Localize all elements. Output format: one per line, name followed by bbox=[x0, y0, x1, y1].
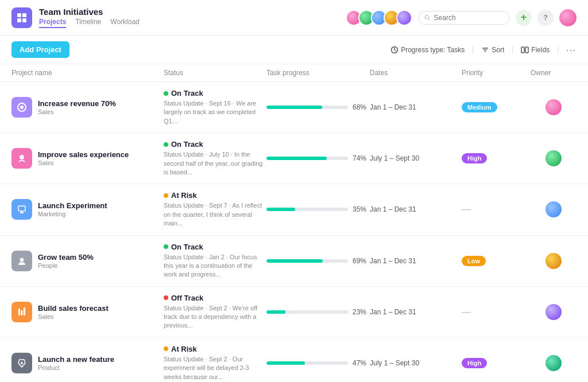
project-category: Marketing bbox=[38, 211, 107, 217]
progress-bar-bg bbox=[266, 157, 348, 160]
table-header: Project name Status Task progress Dates … bbox=[0, 64, 588, 82]
project-name: Improve sales experience bbox=[38, 150, 129, 159]
priority-badge: High bbox=[462, 153, 487, 163]
project-icon bbox=[11, 97, 32, 118]
table-row[interactable]: Increase revenue 70% Sales On Track Stat… bbox=[0, 82, 588, 133]
table-row[interactable]: Build sales forecast Sales Off Track Sta… bbox=[0, 287, 588, 338]
svg-rect-1 bbox=[22, 13, 26, 17]
nav-timeline[interactable]: Timeline bbox=[75, 18, 101, 28]
svg-rect-21 bbox=[24, 307, 25, 315]
status-line: On Track bbox=[164, 140, 266, 149]
svg-rect-19 bbox=[18, 309, 20, 315]
app-nav: Projects Timeline Workload bbox=[39, 18, 140, 28]
project-info: Launch a new feature Product bbox=[38, 355, 114, 371]
progress-pct: 69% bbox=[353, 257, 370, 265]
owner-cell bbox=[531, 150, 577, 166]
progress-pct: 23% bbox=[353, 308, 370, 316]
status-line: At Risk bbox=[164, 191, 266, 200]
status-dot bbox=[164, 244, 168, 249]
project-category: Product bbox=[38, 364, 114, 371]
table-row[interactable]: Launch Experiment Marketing At Risk Stat… bbox=[0, 184, 588, 235]
status-update: Status Update · July 10 · In the second … bbox=[164, 150, 266, 177]
project-name-cell: Launch Experiment Marketing bbox=[11, 199, 164, 220]
sort-label: Sort bbox=[492, 46, 504, 54]
owner-avatar bbox=[546, 304, 562, 320]
priority-cell: — bbox=[462, 307, 531, 317]
svg-point-13 bbox=[20, 106, 24, 109]
progress-type-button[interactable]: Progress type: Tasks bbox=[390, 46, 465, 54]
search-icon bbox=[424, 14, 431, 21]
svg-point-18 bbox=[20, 258, 24, 262]
col-task-progress: Task progress bbox=[266, 69, 370, 77]
progress-type-label: Progress type: Tasks bbox=[401, 46, 465, 54]
project-name: Launch Experiment bbox=[38, 201, 107, 210]
progress-cell: 47% bbox=[266, 359, 370, 367]
priority-badge: High bbox=[462, 358, 487, 368]
search-box[interactable] bbox=[418, 11, 510, 25]
owner-cell bbox=[531, 253, 577, 269]
toolbar-divider-3 bbox=[558, 46, 558, 54]
owner-cell bbox=[531, 304, 577, 320]
status-text: On Track bbox=[171, 89, 203, 98]
help-button[interactable]: ? bbox=[537, 10, 554, 26]
toolbar-divider-2 bbox=[512, 46, 513, 54]
project-name: Launch a new feature bbox=[38, 355, 114, 364]
add-button[interactable]: + bbox=[516, 10, 532, 26]
more-icon: ··· bbox=[566, 45, 577, 54]
nav-workload[interactable]: Workload bbox=[110, 18, 139, 28]
status-update: Status Update · Jan 2 · Our focus this y… bbox=[164, 253, 266, 279]
progress-pct: 68% bbox=[353, 103, 370, 111]
dates-cell: Jan 1 – Dec 31 bbox=[370, 308, 462, 316]
col-status: Status bbox=[164, 69, 266, 77]
add-project-button[interactable]: Add Project bbox=[11, 41, 69, 58]
owner-avatar bbox=[546, 201, 562, 217]
priority-badge: Low bbox=[462, 256, 486, 266]
project-category: People bbox=[38, 262, 94, 269]
project-info: Build sales forecast Sales bbox=[38, 304, 109, 320]
status-dot bbox=[164, 91, 168, 96]
project-name: Build sales forecast bbox=[38, 304, 109, 313]
status-cell: At Risk Status Update · Sept 7 · As I re… bbox=[164, 191, 266, 228]
toolbar-right: Progress type: Tasks Sort Fields ··· bbox=[390, 45, 577, 54]
nav-projects[interactable]: Projects bbox=[39, 18, 66, 28]
app-header: Team Initiatives Projects Timeline Workl… bbox=[0, 0, 588, 36]
owner-avatar bbox=[546, 150, 562, 166]
project-category: Sales bbox=[38, 159, 129, 166]
user-avatars bbox=[346, 10, 412, 26]
search-input[interactable] bbox=[434, 14, 504, 22]
table-row[interactable]: Launch a new feature Product At Risk Sta… bbox=[0, 338, 588, 382]
status-update: Status Update · Sept 2 · We're off track… bbox=[164, 304, 266, 330]
progress-bar-fill bbox=[266, 208, 295, 211]
progress-cell: 23% bbox=[266, 308, 370, 316]
table-row[interactable]: Improve sales experience Sales On Track … bbox=[0, 133, 588, 184]
status-cell: On Track Status Update · Jan 2 · Our foc… bbox=[164, 243, 266, 279]
project-category: Sales bbox=[38, 108, 116, 115]
app-logo bbox=[11, 7, 32, 28]
owner-avatar bbox=[546, 99, 562, 115]
fields-button[interactable]: Fields bbox=[521, 46, 550, 54]
header-right: + ? bbox=[346, 9, 577, 26]
more-button[interactable]: ··· bbox=[566, 45, 577, 54]
dates-cell: July 1 – Sept 30 bbox=[370, 359, 462, 367]
project-icon bbox=[11, 148, 32, 169]
status-text: On Track bbox=[171, 243, 203, 251]
dates-cell: Jan 1 – Dec 31 bbox=[370, 103, 462, 111]
svg-point-22 bbox=[21, 362, 23, 364]
priority-cell: Low bbox=[462, 256, 531, 266]
priority-cell: Medium bbox=[462, 102, 531, 112]
status-text: On Track bbox=[171, 140, 203, 149]
project-category: Sales bbox=[38, 313, 109, 320]
sort-button[interactable]: Sort bbox=[481, 46, 504, 54]
progress-bar-fill bbox=[266, 310, 285, 314]
project-name-cell: Improve sales experience Sales bbox=[11, 148, 164, 169]
svg-rect-15 bbox=[18, 206, 25, 211]
priority-dash: — bbox=[462, 204, 471, 214]
table-row[interactable]: Grow team 50% People On Track Status Upd… bbox=[0, 236, 588, 287]
progress-bar-fill bbox=[266, 361, 305, 365]
progress-bar-fill bbox=[266, 259, 323, 263]
status-dot bbox=[164, 346, 168, 351]
svg-rect-10 bbox=[521, 47, 524, 53]
table-body: Increase revenue 70% Sales On Track Stat… bbox=[0, 82, 588, 382]
progress-bar-bg bbox=[266, 259, 348, 263]
toolbar-divider-1 bbox=[473, 46, 473, 54]
